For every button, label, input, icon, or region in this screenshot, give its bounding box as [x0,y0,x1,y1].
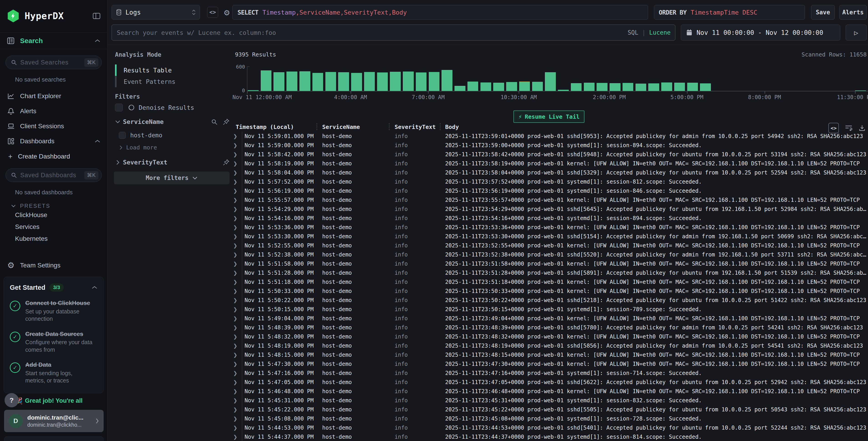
histogram-bar[interactable] [674,66,685,91]
row-expand-chevron[interactable] [230,152,242,157]
histogram-bar[interactable] [377,66,388,91]
preset-dashboard-item[interactable]: ClickHouse [0,209,107,221]
histogram-bar[interactable] [765,66,776,91]
table-row[interactable]: Nov 11 5:51:18.000 PM host-demo info 202… [230,277,868,287]
sidebar-item-client-sessions[interactable]: Client Sessions [0,119,107,134]
histogram-bar[interactable] [842,66,853,91]
edit-sql-icon-button[interactable]: <> [207,7,218,18]
sidebar-item-team-settings[interactable]: ⚙ Team Settings [0,258,107,273]
create-dashboard-button[interactable]: + Create Dashboard [0,149,107,162]
table-row[interactable]: Nov 11 5:59:01.000 PM host-demo info 202… [230,132,868,141]
row-expand-chevron[interactable] [230,261,242,267]
table-row[interactable]: Nov 11 5:50:15.000 PM host-demo info 202… [230,305,868,314]
row-expand-chevron[interactable] [230,225,242,230]
table-row[interactable]: Nov 11 5:46:48.000 PM host-demo info 202… [230,387,868,396]
histogram-bar[interactable] [623,66,633,91]
column-resize-handle[interactable] [316,123,317,130]
resume-live-tail-button[interactable]: ⚡ Resume Live Tail [514,111,585,123]
table-row[interactable]: Nov 11 5:45:22.000 PM host-demo info 202… [230,405,868,414]
table-row[interactable]: Nov 11 5:56:19.000 PM host-demo info 202… [230,186,868,196]
source-select[interactable]: Logs [112,5,200,20]
histogram-bar[interactable] [300,66,310,91]
table-row[interactable]: Nov 11 5:58:19.000 PM host-demo info 202… [230,159,868,168]
row-expand-chevron[interactable] [230,234,242,239]
histogram-bar[interactable] [752,66,763,91]
sidebar-item-alerts[interactable]: Alerts [0,104,107,119]
chevron-up-icon[interactable] [92,286,97,289]
table-row[interactable]: Nov 11 5:48:32.000 PM host-demo info 202… [230,332,868,341]
table-row[interactable]: Nov 11 5:59:00.000 PM host-demo info 202… [230,141,868,150]
row-expand-chevron[interactable] [230,389,242,394]
row-expand-chevron[interactable] [230,270,242,276]
chevron-up-icon[interactable] [94,39,100,42]
histogram-bar[interactable] [338,66,349,91]
table-row[interactable]: Nov 11 5:58:42.000 PM host-demo info 202… [230,150,868,159]
table-row[interactable]: Nov 11 5:45:31.000 PM host-demo info 202… [230,396,868,405]
row-expand-chevron[interactable] [230,197,242,203]
histogram-bar[interactable] [429,66,440,91]
row-expand-chevron[interactable] [230,179,242,185]
histogram-bar[interactable] [455,66,465,91]
table-row[interactable]: Nov 11 5:57:52.000 PM host-demo info 202… [230,177,868,186]
row-expand-chevron[interactable] [230,215,242,221]
table-row[interactable]: Nov 11 5:51:58.000 PM host-demo info 202… [230,259,868,268]
denoise-results-checkbox-row[interactable]: Denoise Results [115,104,194,111]
filter-group-severitytext[interactable]: SeverityText [114,159,229,166]
histogram-bar[interactable] [584,66,595,91]
preset-dashboard-item[interactable]: Kubernetes [0,233,107,245]
table-row[interactable]: Nov 11 5:48:39.000 PM host-demo info 202… [230,323,868,332]
column-resize-handle[interactable] [389,123,390,130]
histogram-bar[interactable] [713,66,724,91]
table-row[interactable]: Nov 11 5:44:53.000 PM host-demo info 202… [230,423,868,432]
row-expand-chevron[interactable] [230,170,242,176]
preset-dashboard-item[interactable]: Services [0,221,107,233]
presets-toggle[interactable]: PRESETS [11,203,107,209]
row-expand-chevron[interactable] [230,243,242,248]
histogram-bar[interactable] [855,66,866,91]
table-row[interactable]: Nov 11 5:51:28.000 PM host-demo info 202… [230,268,868,277]
histogram-bar[interactable] [364,66,375,91]
histogram-bar[interactable] [326,66,336,91]
alerts-button[interactable]: Alerts [839,5,867,20]
table-row[interactable]: Nov 11 5:54:29.000 PM host-demo info 202… [230,205,868,214]
get-started-item[interactable]: ✓ Connect to ClickHouse Set up your data… [10,299,97,323]
event-histogram-chart[interactable] [247,66,868,91]
row-expand-chevron[interactable] [230,134,242,139]
table-row[interactable]: Nov 11 5:52:38.000 PM host-demo info 202… [230,250,868,259]
checkbox[interactable] [115,104,123,111]
save-button[interactable]: Save [811,5,835,20]
sidebar-item-dashboards[interactable]: Dashboards [0,134,107,149]
row-expand-chevron[interactable] [230,425,242,431]
histogram-bar[interactable] [261,66,272,91]
row-expand-chevron[interactable] [230,297,242,303]
histogram-bar[interactable] [739,66,750,91]
saved-dashboards-input[interactable]: Saved Dashboards ⌘K [5,168,102,182]
histogram-bar[interactable] [441,66,453,91]
column-header-timestamp[interactable]: Timestamp (Local) [236,124,322,130]
histogram-bar[interactable] [636,66,646,91]
row-expand-chevron[interactable] [230,361,242,367]
row-expand-chevron[interactable] [230,288,242,294]
table-row[interactable]: Nov 11 5:50:22.000 PM host-demo info 202… [230,296,868,305]
load-more-button[interactable]: Load more [119,144,157,151]
table-row[interactable]: Nov 11 5:47:05.000 PM host-demo info 202… [230,378,868,387]
histogram-bar[interactable] [803,66,814,91]
row-expand-chevron[interactable] [230,352,242,358]
histogram-bar[interactable] [493,66,504,91]
row-expand-chevron[interactable] [230,343,242,349]
row-expand-chevron[interactable] [230,188,242,194]
checkbox[interactable] [119,132,126,139]
pin-icon[interactable] [223,159,229,166]
row-expand-chevron[interactable] [230,380,242,385]
histogram-bar[interactable] [687,66,698,91]
column-resize-handle[interactable] [440,123,441,130]
histogram-bar[interactable] [312,66,323,91]
histogram-bar[interactable] [274,66,284,91]
row-expand-chevron[interactable] [230,252,242,258]
run-query-button[interactable]: ▷ [846,25,867,40]
table-row[interactable]: Nov 11 5:48:15.000 PM host-demo info 202… [230,350,868,359]
download-icon[interactable] [859,124,866,132]
histogram-bar[interactable] [700,66,711,91]
histogram-bar[interactable] [519,66,530,91]
row-expand-chevron[interactable] [230,334,242,340]
